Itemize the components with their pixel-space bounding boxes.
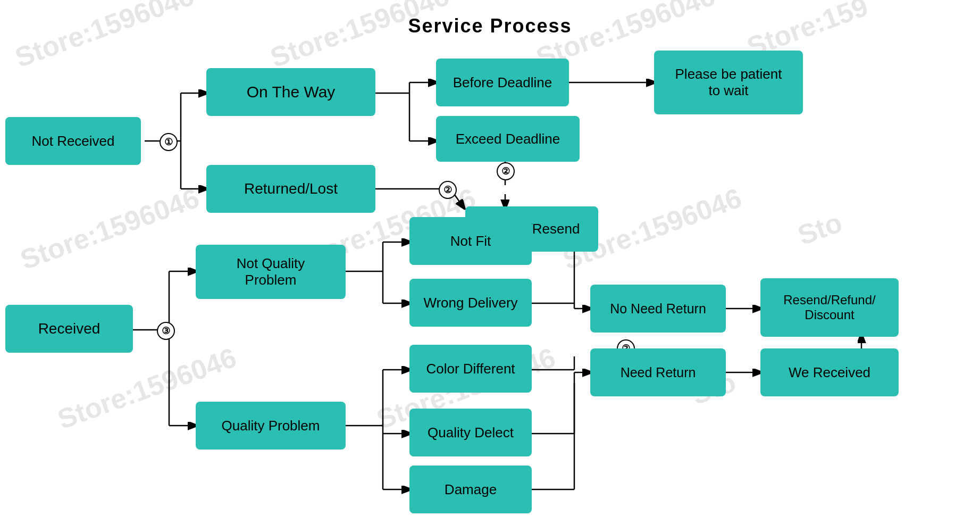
node-not-received: Not Received xyxy=(5,117,141,165)
node-resend-refund-discount: Resend/Refund/ Discount xyxy=(760,278,899,337)
node-need-return: Need Return xyxy=(590,348,726,396)
node-not-quality-problem: Not Quality Problem xyxy=(196,245,346,299)
circle-3: ③ xyxy=(157,322,175,340)
node-returned-lost: Returned/Lost xyxy=(206,165,375,213)
node-on-the-way: On The Way xyxy=(206,68,375,116)
node-no-need-return: No Need Return xyxy=(590,285,726,332)
node-not-fit: Not Fit xyxy=(409,217,532,265)
circle-2b: ② xyxy=(497,162,515,180)
circle-1: ① xyxy=(160,133,178,151)
node-please-wait: Please be patient to wait xyxy=(654,51,803,114)
node-wrong-delivery: Wrong Delivery xyxy=(409,279,532,327)
node-received: Received xyxy=(5,305,133,353)
node-we-received: We Received xyxy=(760,348,899,396)
node-quality-problem: Quality Problem xyxy=(196,402,346,450)
node-color-different: Color Different xyxy=(409,345,532,393)
node-exceed-deadline: Exceed Deadline xyxy=(436,116,580,162)
node-damage: Damage xyxy=(409,466,532,513)
circle-2a: ② xyxy=(439,181,457,199)
node-before-deadline: Before Deadline xyxy=(436,59,569,106)
node-quality-defect: Quality Delect xyxy=(409,409,532,456)
